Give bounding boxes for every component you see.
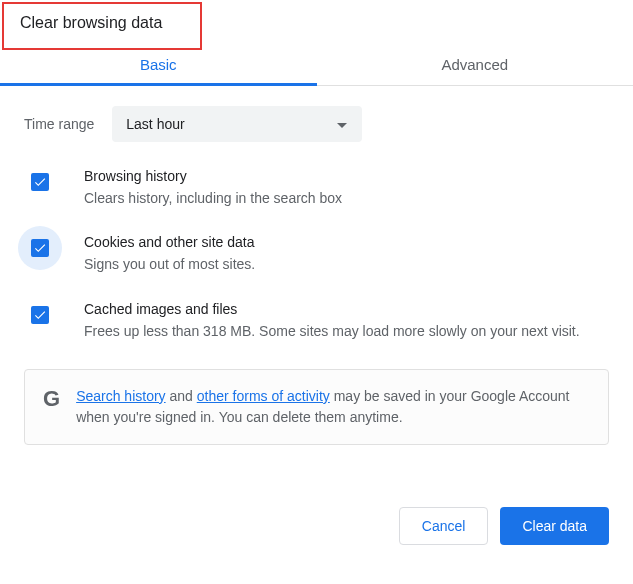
tab-advanced[interactable]: Advanced [317,44,634,85]
notice-text: Search history and other forms of activi… [76,386,590,428]
checkbox-cookies[interactable] [31,239,49,257]
time-range-label: Time range [24,116,94,132]
google-account-notice: G Search history and other forms of acti… [24,369,609,445]
google-logo-icon: G [43,388,60,410]
option-desc: Frees up less than 318 MB. Some sites ma… [84,321,609,341]
time-range-select[interactable]: Last hour [112,106,362,142]
option-cache: Cached images and files Frees up less th… [24,303,609,341]
tabs: Basic Advanced [0,44,633,86]
option-desc: Signs you out of most sites. [84,254,609,274]
option-text: Cookies and other site data Signs you ou… [84,234,609,274]
dialog-buttons: Cancel Clear data [0,491,633,545]
time-range-value: Last hour [126,116,184,132]
option-title: Cookies and other site data [84,234,609,250]
option-title: Cached images and files [84,301,609,317]
option-desc: Clears history, including in the search … [84,188,609,208]
check-icon [33,175,47,189]
cancel-button[interactable]: Cancel [399,507,489,545]
dialog-title: Clear browsing data [0,0,633,44]
checkbox-wrap [18,226,62,270]
dropdown-arrow-icon [336,116,348,132]
tab-basic[interactable]: Basic [0,44,317,85]
option-text: Browsing history Clears history, includi… [84,168,609,208]
option-text: Cached images and files Frees up less th… [84,301,609,341]
link-other-activity[interactable]: other forms of activity [197,388,330,404]
check-icon [33,308,47,322]
checkbox-browsing-history[interactable] [31,173,49,191]
option-browsing-history: Browsing history Clears history, includi… [24,170,609,208]
link-search-history[interactable]: Search history [76,388,165,404]
checkbox-cache[interactable] [31,306,49,324]
option-title: Browsing history [84,168,609,184]
check-icon [33,241,47,255]
notice-mid: and [166,388,197,404]
checkbox-wrap [18,293,62,337]
option-cookies: Cookies and other site data Signs you ou… [24,236,609,274]
dialog-content: Time range Last hour Browsing history Cl… [0,86,633,461]
clear-data-button[interactable]: Clear data [500,507,609,545]
checkbox-wrap [18,160,62,204]
time-range-row: Time range Last hour [24,106,609,142]
